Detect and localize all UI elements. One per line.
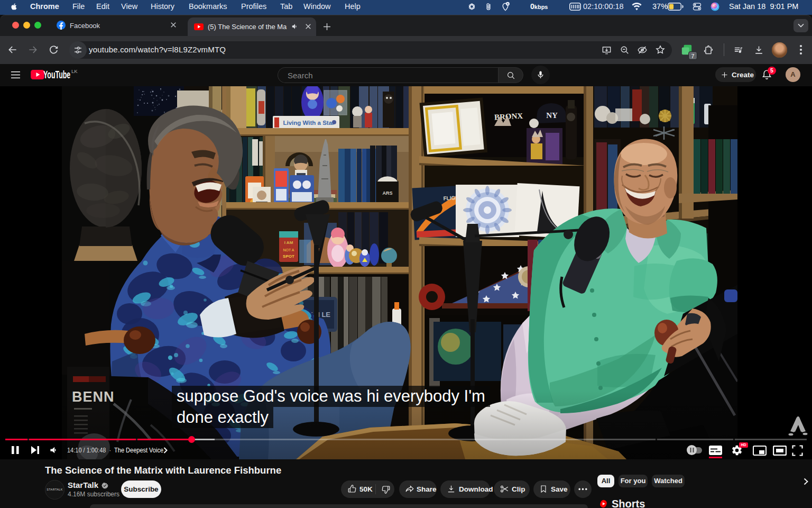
svg-text:I AM: I AM [284, 240, 293, 245]
svg-text:ARS: ARS [382, 190, 392, 196]
svg-text:NOT A: NOT A [283, 248, 294, 252]
svg-text:SPOT: SPOT [283, 254, 294, 259]
svg-text:NY: NY [546, 111, 558, 120]
svg-text:Living With a Star: Living With a Star [283, 120, 335, 126]
